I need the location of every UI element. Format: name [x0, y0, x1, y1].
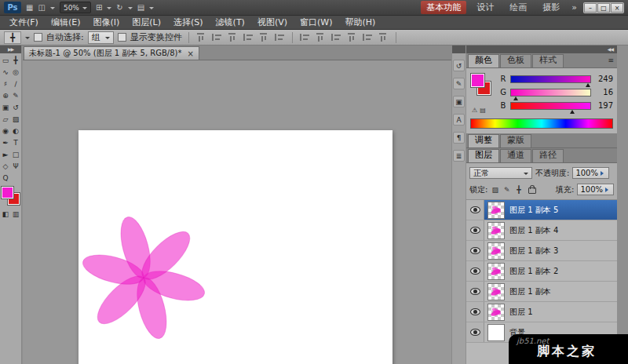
workspace-design-button[interactable]: 设计: [471, 1, 499, 14]
visibility-toggle[interactable]: [466, 241, 484, 260]
close-button[interactable]: ×: [611, 3, 623, 13]
layer-thumbnail[interactable]: [487, 242, 505, 260]
slider-handle[interactable]: [570, 107, 575, 114]
layer-name[interactable]: 图层 1 副本: [509, 286, 551, 297]
hand-tool-icon[interactable]: ⊞: [96, 4, 102, 12]
arrange-documents-icon[interactable]: ▤: [137, 4, 144, 12]
clone-source-panel-icon[interactable]: ▣: [453, 96, 465, 107]
blend-mode-select[interactable]: 正常: [469, 167, 532, 179]
tab-masks[interactable]: 蒙版: [500, 134, 531, 147]
bridge-icon[interactable]: ▦: [26, 4, 33, 12]
quick-mask-icon[interactable]: ◧: [1, 208, 11, 220]
red-channel-value[interactable]: 249: [594, 75, 613, 83]
workspace-painting-button[interactable]: 绘画: [504, 1, 532, 14]
layer-row[interactable]: 图层 1: [466, 302, 617, 322]
distribute-left-edges-button[interactable]: [346, 32, 358, 42]
screen-mode-icon[interactable]: ▥: [11, 208, 21, 220]
spinner-arrow-icon[interactable]: [601, 171, 606, 176]
blue-channel-value[interactable]: 197: [594, 101, 613, 110]
pen-tool[interactable]: ✒: [1, 136, 11, 148]
auto-select-checkbox[interactable]: [34, 33, 42, 42]
layer-name[interactable]: 图层 1 副本 3: [509, 246, 558, 257]
layer-row-main[interactable]: 图层 1 副本 4: [484, 220, 617, 240]
document-tab[interactable]: 未标题-1 @ 50% (图层 1 副本 5, RGB/8)* ×: [24, 46, 199, 60]
type-tool[interactable]: T: [11, 136, 21, 148]
red-channel-slider[interactable]: [510, 75, 591, 83]
menu-help[interactable]: 帮助(H): [338, 16, 382, 28]
tools-panel-collapse-button[interactable]: ▶▶: [0, 46, 21, 53]
layer-thumbnail[interactable]: [487, 222, 505, 239]
tab-layers[interactable]: 图层: [468, 149, 499, 162]
slider-handle[interactable]: [513, 94, 518, 100]
eraser-tool[interactable]: ▱: [1, 113, 11, 125]
eyedropper-tool[interactable]: ∕: [11, 78, 21, 89]
photoshop-logo[interactable]: Ps: [4, 2, 21, 13]
quick-selection-tool[interactable]: ◎: [11, 66, 21, 78]
layer-thumbnail[interactable]: [487, 304, 505, 321]
layer-row-main[interactable]: 图层 1 副本 2: [484, 261, 617, 281]
dock-strip-header[interactable]: [452, 46, 466, 53]
tab-adjustments[interactable]: 调整: [468, 134, 499, 147]
layer-name[interactable]: 图层 1: [509, 307, 533, 318]
layer-name[interactable]: 图层 1 副本 4: [509, 225, 558, 236]
distribute-right-edges-button[interactable]: [378, 32, 389, 42]
workspace-essentials-button[interactable]: 基本功能: [421, 1, 466, 14]
move-tool[interactable]: ╋: [11, 54, 21, 66]
visibility-toggle[interactable]: [466, 200, 484, 220]
menu-window[interactable]: 窗口(W): [294, 16, 338, 28]
tab-channels[interactable]: 通道: [500, 149, 531, 162]
visibility-toggle[interactable]: [466, 220, 484, 240]
layer-row[interactable]: 图层 1 副本 4: [466, 220, 617, 241]
distribute-bottom-edges-button[interactable]: [330, 32, 342, 42]
character-panel-icon[interactable]: A: [453, 114, 465, 126]
crop-tool[interactable]: ♯: [1, 78, 11, 89]
show-transform-checkbox[interactable]: [118, 33, 126, 42]
rectangle-tool[interactable]: □: [11, 148, 21, 160]
rotate-view-icon[interactable]: ↻: [116, 4, 122, 12]
info-panel-icon[interactable]: ≣: [453, 150, 465, 162]
align-horizontal-centers-button[interactable]: [258, 32, 270, 42]
layer-thumbnail[interactable]: [487, 324, 505, 341]
spinner-arrow-icon[interactable]: [605, 187, 611, 192]
clone-stamp-tool[interactable]: ▣: [1, 101, 11, 113]
layer-row-main[interactable]: 图层 1 副本 3: [484, 241, 617, 260]
tab-swatches[interactable]: 色板: [500, 54, 531, 67]
layer-thumbnail[interactable]: [487, 283, 505, 300]
distribute-horizontal-centers-button[interactable]: [362, 32, 374, 42]
visibility-toggle[interactable]: [466, 261, 484, 281]
slider-handle[interactable]: [586, 81, 590, 87]
spot-healing-brush-tool[interactable]: ⊕: [1, 89, 11, 101]
foreground-color-swatch[interactable]: [471, 74, 484, 87]
layer-row-main[interactable]: 图层 1 副本 5: [484, 200, 617, 220]
opacity-input[interactable]: 100%: [572, 167, 609, 179]
distribute-vertical-centers-button[interactable]: [315, 32, 327, 42]
color-spectrum-ramp[interactable]: [470, 118, 613, 129]
layer-row[interactable]: 图层 1 副本: [466, 282, 617, 302]
workspace-overflow-icon[interactable]: »: [570, 2, 579, 13]
align-left-edges-button[interactable]: [243, 32, 254, 42]
rectangular-marquee-tool[interactable]: ▭: [1, 54, 11, 66]
tab-styles[interactable]: 样式: [532, 54, 564, 67]
history-panel-icon[interactable]: ↺: [453, 60, 465, 71]
layer-row[interactable]: 图层 1 副本 5: [466, 200, 617, 220]
path-selection-tool[interactable]: ►: [1, 148, 11, 160]
paragraph-panel-icon[interactable]: ¶: [453, 132, 465, 144]
lock-position-icon[interactable]: ╋: [514, 186, 523, 194]
websafe-cube-icon[interactable]: ▤: [480, 107, 486, 114]
blur-tool[interactable]: ◉: [1, 125, 11, 136]
green-channel-slider[interactable]: [510, 89, 591, 96]
align-vertical-centers-button[interactable]: [211, 32, 223, 42]
menu-view[interactable]: 视图(V): [251, 16, 294, 28]
menu-image[interactable]: 图像(I): [86, 16, 126, 28]
visibility-toggle[interactable]: [466, 302, 484, 322]
layer-name[interactable]: 图层 1 副本 2: [509, 266, 558, 277]
gamut-warning-icon[interactable]: ⚠: [472, 107, 477, 114]
close-document-icon[interactable]: ×: [187, 49, 193, 58]
blue-channel-slider[interactable]: [510, 102, 591, 110]
lock-transparent-pixels-icon[interactable]: ▨: [491, 186, 499, 194]
layer-row-main[interactable]: 图层 1 副本: [484, 282, 617, 301]
menu-edit[interactable]: 编辑(E): [45, 16, 87, 28]
panel-menu-icon[interactable]: ≡: [608, 56, 614, 64]
zoom-level-select[interactable]: 50%: [60, 2, 91, 13]
brushes-panel-icon[interactable]: ✎: [453, 78, 465, 89]
